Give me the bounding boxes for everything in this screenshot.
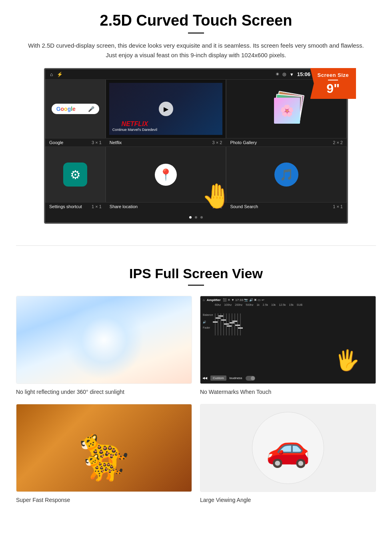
- eq-thumb-10: [238, 327, 243, 329]
- top-app-row: Google 🎤 ▶ NETFLIX Continue Marvel's Dar…: [45, 79, 347, 138]
- amp-bottom-controls: ◀◀ Custom loudness: [202, 375, 374, 381]
- netflix-info: NETFLIX Continue Marvel's Daredevil: [112, 120, 157, 132]
- eq-bar-1: [215, 313, 216, 335]
- google-label-row: Google 3 × 1: [45, 138, 106, 147]
- netflix-subtitle: Continue Marvel's Daredevil: [112, 128, 157, 132]
- eq-track-6: [229, 313, 230, 335]
- eq-thumb-7: [230, 322, 234, 323]
- eq-thumb-1: [213, 321, 218, 323]
- google-app-size: 3 × 1: [92, 140, 102, 145]
- eq-side-labels: Balance 🔊 Fader: [203, 313, 214, 329]
- eq-track-7: [232, 313, 232, 335]
- section1-description: With 2.5D curved-display screen, this de…: [24, 41, 368, 60]
- eq-thumb-9: [235, 325, 240, 326]
- eq-bar-5: [226, 313, 227, 335]
- hand-gesture-icon: 🤚: [202, 182, 232, 210]
- share-location-cell[interactable]: 📍 🤚: [106, 147, 226, 203]
- feature4-label: Large Viewing Angle: [200, 496, 376, 504]
- amp-loudness-label: loudness: [230, 376, 242, 380]
- sky-image: [16, 296, 192, 384]
- sun-glow: [64, 300, 144, 380]
- feature3-label: Super Fast Response: [16, 496, 192, 504]
- bottom-app-row: ⚙ 📍 🤚 🎵: [45, 147, 347, 203]
- feature-fast-response: 🐆 Super Fast Response: [16, 404, 192, 504]
- section-ips: IPS Full Screen View No light reflecting…: [0, 258, 392, 516]
- sound-search-cell[interactable]: 🎵: [226, 147, 347, 203]
- badge-divider: [328, 80, 338, 80]
- bottom-label-row: Settings shortcut 1 × 1 Share location 1…: [45, 203, 347, 211]
- eq-thumb-8: [232, 321, 237, 322]
- status-time: 15:06: [297, 71, 310, 77]
- gallery-app-size: 2 × 2: [333, 140, 343, 145]
- google-maps-icon: 📍: [155, 164, 177, 186]
- amp-screen: ⌂ Amplifier ⬛ ✳ ▼ 17:33 📷 🔊 ✖ ▭ ↩ 60hz10…: [200, 296, 376, 384]
- eq-bar-6: [229, 313, 230, 335]
- gallery-app-name: Photo Gallery: [230, 140, 257, 145]
- sound-label-row: Sound Search 1 × 1: [226, 203, 347, 211]
- netflix-app-size: 3 × 2: [212, 140, 222, 145]
- eq-thumb-6: [227, 325, 232, 327]
- amp-screen-container: ⌂ Amplifier ⬛ ✳ ▼ 17:33 📷 🔊 ✖ ▭ ↩ 60hz10…: [200, 296, 376, 384]
- cheetah-image: 🐆: [16, 404, 192, 492]
- device-wrapper: Screen Size 9" ⌂ ⚡ ✳ ◎ ▼ 15:06 📷 🔊: [40, 68, 352, 224]
- eq-bar-7: [232, 313, 232, 335]
- amp-title: Amplifier: [207, 298, 221, 302]
- feature-no-light: No light reflecting under 360° direct su…: [16, 296, 192, 396]
- title-underline1: [188, 32, 204, 34]
- google-search-bar[interactable]: Google 🎤: [52, 104, 100, 114]
- section1-title: 2.5D Curved Touch Screen: [24, 12, 368, 29]
- settings-app-cell[interactable]: ⚙: [45, 147, 106, 203]
- eq-track-3: [220, 313, 221, 335]
- screen-size-badge: Screen Size 9": [310, 68, 356, 99]
- section2-title: IPS Full Screen View: [16, 266, 376, 281]
- car-image: 🚗: [200, 404, 376, 492]
- maps-g-icon: 📍: [159, 168, 173, 181]
- title-underline2: [188, 285, 204, 286]
- music-note-icon: 🎵: [280, 168, 294, 181]
- share-app-name: Share location: [110, 204, 138, 209]
- badge-label: Screen Size: [318, 72, 349, 78]
- amp-hand-icon: 🖐: [335, 349, 360, 372]
- home-icon: ⌂: [50, 72, 53, 77]
- android-screen: ⌂ ⚡ ✳ ◎ ▼ 15:06 📷 🔊 ✖ ▭: [44, 68, 348, 224]
- usb-icon: ⚡: [57, 72, 63, 77]
- feature-grid: No light reflecting under 360° direct su…: [16, 296, 376, 504]
- settings-gear-icon: ⚙: [70, 168, 81, 182]
- cheetah-emoji: 🐆: [79, 424, 129, 472]
- settings-app-size: 1 × 1: [92, 204, 102, 209]
- wifi-icon: ▼: [290, 72, 294, 77]
- section-divider: [16, 245, 376, 246]
- netflix-play-button[interactable]: ▶: [159, 102, 173, 116]
- google-app-name: Google: [49, 140, 63, 145]
- sky-gradient: [16, 296, 192, 383]
- netflix-app-name: Netflix: [110, 140, 122, 145]
- loudness-toggle[interactable]: [246, 376, 255, 381]
- badge-size: 9": [318, 82, 349, 95]
- feature1-label: No light reflecting under 360° direct su…: [16, 388, 192, 396]
- google-app-cell[interactable]: Google 🎤: [45, 79, 106, 138]
- car-top-view-icon: 🚗: [266, 427, 310, 469]
- netflix-app-cell[interactable]: ▶ NETFLIX Continue Marvel's Daredevil: [106, 79, 226, 138]
- netflix-logo: NETFLIX: [112, 120, 157, 128]
- google-mic-icon: 🎤: [88, 106, 94, 112]
- dot-3: [200, 216, 203, 219]
- eq-thumb-3: [218, 315, 223, 317]
- eq-track-2: [218, 313, 218, 335]
- eq-controls: Balance 🔊 Fader: [203, 307, 373, 335]
- pagination-dots: [45, 211, 347, 223]
- dot-1: [189, 216, 192, 219]
- eq-bar-2: [218, 313, 218, 335]
- top-label-row: Google 3 × 1 Netflix 3 × 2 Photo Gallery…: [45, 138, 347, 147]
- feature2-label: No Watermarks When Touch: [200, 388, 376, 396]
- amp-screen-inner: ⌂ Amplifier ⬛ ✳ ▼ 17:33 📷 🔊 ✖ ▭ ↩ 60hz10…: [200, 296, 376, 338]
- sound-icon-wrap: 🎵: [274, 163, 298, 187]
- eq-track-5: [226, 313, 227, 335]
- custom-button[interactable]: Custom: [210, 375, 226, 381]
- eq-bar-10: [240, 313, 241, 335]
- feature-viewing-angle: 🚗 Large Viewing Angle: [200, 404, 376, 504]
- cheetah-bg: 🐆: [16, 404, 192, 492]
- section-curved-screen: 2.5D Curved Touch Screen With 2.5D curve…: [0, 0, 392, 233]
- amp-status-bar: ⌂ Amplifier ⬛ ✳ ▼ 17:33 📷 🔊 ✖ ▭ ↩: [203, 298, 373, 302]
- status-bar: ⌂ ⚡ ✳ ◎ ▼ 15:06 📷 🔊 ✖ ▭: [45, 69, 347, 79]
- eq-bar-3: [220, 313, 221, 335]
